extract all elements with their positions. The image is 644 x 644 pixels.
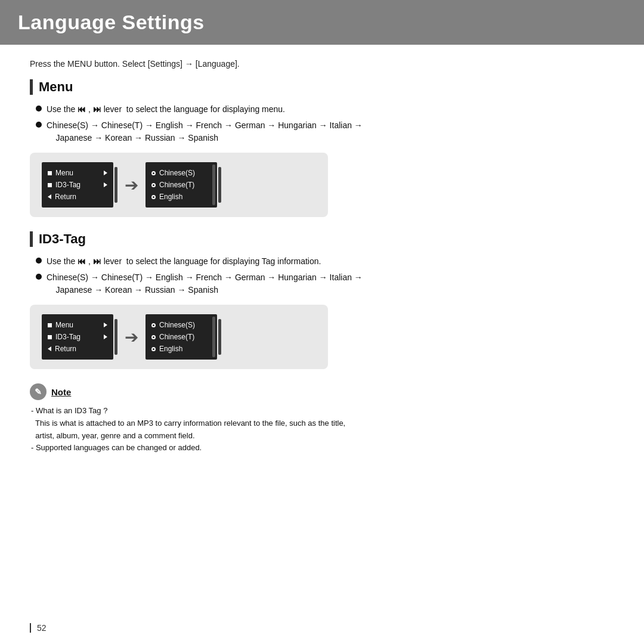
lang-scroll-bar — [212, 165, 215, 205]
lang-circle-icon — [151, 323, 156, 327]
id3-section: ID3-Tag Use the ⏮ , ⏭ lever to select th… — [30, 231, 614, 369]
menu-scroll-bar — [114, 167, 117, 203]
id3-lang-box: Chinese(S) Chinese(T) English — [145, 314, 217, 360]
lang-circle-icon — [151, 335, 156, 339]
id3-row-menu: Menu — [42, 319, 113, 331]
menu-row-return: Return — [42, 191, 113, 203]
arrow-left-icon — [48, 194, 51, 199]
menu-row-menu: Menu — [42, 167, 113, 179]
id3-bullet-list: Use the ⏮ , ⏭ lever to select the langua… — [30, 255, 614, 296]
lang-circle-icon — [151, 347, 156, 351]
lang-scroll-bar-right — [218, 167, 221, 203]
id3-row-id3: ID3-Tag — [42, 331, 113, 343]
lang-row-1: Chinese(S) — [145, 167, 217, 179]
bullet-dot — [36, 122, 42, 128]
note-header: ✎ Note — [30, 383, 614, 400]
lang-right-box: Chinese(S) Chinese(T) English — [145, 162, 217, 208]
bullet-dot — [36, 258, 42, 264]
page-title: Language Settings — [18, 11, 626, 34]
menu-sq-icon — [48, 183, 52, 187]
arrow-right-icon — [104, 171, 107, 175]
lang-row-2: Chinese(T) — [145, 179, 217, 191]
menu-sq-icon — [48, 171, 52, 175]
menu-section: Menu Use the ⏮ , ⏭ lever to select the l… — [30, 79, 614, 217]
id3-arrow-icon: ➔ — [125, 327, 138, 347]
lang-circle-icon — [151, 171, 156, 175]
lang-circle-icon — [151, 183, 156, 187]
arrow-right-icon — [104, 323, 107, 327]
menu-section-title: Menu — [39, 79, 73, 95]
id3-lang-row-1: Chinese(S) — [145, 319, 217, 331]
note-title: Note — [51, 387, 71, 397]
menu-bullet-list: Use the ⏮ , ⏭ lever to select the langua… — [30, 103, 614, 144]
menu-diagram: Menu ID3-Tag Return — [30, 153, 328, 217]
lang-circle-icon — [151, 195, 156, 199]
menu-sq-icon — [48, 323, 52, 327]
lang-row-3: English — [145, 191, 217, 203]
note-section: ✎ Note - What is an ID3 Tag ? This is wh… — [30, 383, 614, 454]
section-bar-2 — [30, 231, 33, 247]
id3-section-title: ID3-Tag — [39, 231, 86, 247]
id3-diagram: Menu ID3-Tag Return — [30, 305, 328, 369]
lang-scroll-bar-2 — [212, 317, 215, 357]
arrow-right-icon — [104, 182, 107, 187]
id3-bullet-2: Chinese(S) → Chinese(T) → English → Fren… — [36, 271, 614, 296]
id3-scroll-bar — [114, 319, 117, 355]
id3-bullet-1: Use the ⏮ , ⏭ lever to select the langua… — [36, 255, 614, 268]
id3-left-box: Menu ID3-Tag Return — [42, 314, 113, 360]
bullet-dot — [36, 274, 42, 280]
id3-lang-scroll-right — [218, 319, 221, 355]
menu-left-box: Menu ID3-Tag Return — [42, 162, 113, 208]
menu-row-id3: ID3-Tag — [42, 179, 113, 191]
note-icon: ✎ — [30, 383, 47, 400]
note-content: - What is an ID3 Tag ? This is what is a… — [30, 405, 614, 454]
section-bar — [30, 79, 33, 95]
menu-bullet-2: Chinese(S) → Chinese(T) → English → Fren… — [36, 119, 614, 144]
bullet-dot — [36, 106, 42, 112]
arrow-left-icon — [48, 346, 51, 351]
page-number: 52 — [30, 623, 47, 633]
menu-sq-icon — [48, 335, 52, 339]
arrow-between-icon: ➔ — [125, 175, 138, 195]
arrow-right-icon — [104, 335, 107, 339]
id3-lang-row-3: English — [145, 343, 217, 355]
menu-bullet-1: Use the ⏮ , ⏭ lever to select the langua… — [36, 103, 614, 116]
id3-lang-row-2: Chinese(T) — [145, 331, 217, 343]
id3-row-return: Return — [42, 343, 113, 355]
instruction-text: Press the MENU button. Select [Settings]… — [30, 59, 614, 69]
header: Language Settings — [0, 0, 644, 45]
